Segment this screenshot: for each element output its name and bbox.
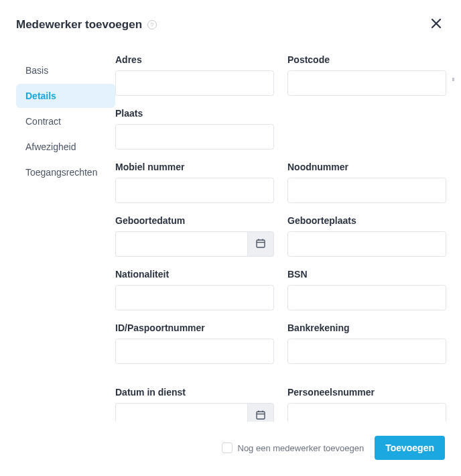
sidebar-item-basis[interactable]: Basis (16, 58, 115, 82)
input-geboortedatum[interactable] (115, 231, 247, 257)
input-postcode[interactable] (287, 70, 446, 96)
field-mobiel: Mobiel nummer (115, 162, 274, 203)
modal-header: Medewerker toevoegen ? (0, 0, 461, 42)
field-nood: Noodnummer (287, 162, 446, 203)
help-icon[interactable]: ? (147, 20, 157, 29)
sidebar-item-label: Contract (25, 116, 61, 127)
calendar-icon (255, 410, 266, 422)
field-geboortedatum: Geboortedatum (115, 215, 274, 257)
modal-body: Basis Details Contract Afwezigheid Toega… (0, 42, 461, 422)
sidebar-item-label: Toegangsrechten (25, 167, 97, 178)
svg-rect-3 (257, 240, 265, 247)
add-another-checkbox[interactable] (222, 442, 233, 453)
postcode-lookup-icon[interactable] (452, 77, 456, 88)
geboortedatum-calendar-button[interactable] (247, 231, 274, 257)
close-button[interactable] (427, 15, 445, 34)
title-wrap: Medewerker toevoegen ? (16, 18, 157, 32)
add-another-wrap[interactable]: Nog een medewerker toevoegen (222, 442, 365, 453)
form-area: Adres Postcode Plaats (115, 54, 456, 422)
label-bsn: BSN (287, 269, 446, 280)
input-nood[interactable] (287, 178, 446, 203)
modal-footer: Nog een medewerker toevoegen Toevoegen (0, 422, 461, 476)
field-bankrekening: Bankrekening (287, 322, 446, 364)
label-mobiel: Mobiel nummer (115, 162, 274, 172)
label-plaats: Plaats (115, 108, 274, 119)
field-plaats: Plaats (115, 108, 274, 150)
input-adres[interactable] (115, 70, 274, 96)
add-another-label: Nog een medewerker toevoegen (238, 443, 365, 453)
field-geboorteplaats: Geboorteplaats (287, 215, 446, 257)
input-idpaspoort[interactable] (115, 339, 274, 364)
svg-rect-7 (257, 412, 265, 419)
label-geboortedatum: Geboortedatum (115, 215, 274, 226)
modal-title: Medewerker toevoegen (16, 18, 142, 32)
label-datum-dienst: Datum in dienst (115, 387, 274, 398)
sidebar-item-toegangsrechten[interactable]: Toegangsrechten (16, 160, 115, 184)
label-postcode: Postcode (287, 54, 446, 65)
sidebar-item-label: Details (25, 91, 56, 101)
sidebar-item-afwezigheid[interactable]: Afwezigheid (16, 135, 115, 159)
add-employee-modal: Medewerker toevoegen ? Basis Details Con… (0, 0, 461, 476)
field-nationaliteit: Nationaliteit (115, 269, 274, 310)
input-personeelsnr[interactable] (287, 403, 446, 422)
label-bankrekening: Bankrekening (287, 322, 446, 333)
sidebar-item-label: Basis (25, 65, 48, 76)
field-idpaspoort: ID/Paspoortnummer (115, 322, 274, 364)
label-nationaliteit: Nationaliteit (115, 269, 274, 280)
sidebar-item-contract[interactable]: Contract (16, 109, 115, 133)
field-adres: Adres (115, 54, 274, 96)
close-icon (430, 21, 442, 32)
sidebar-item-label: Afwezigheid (25, 141, 76, 152)
calendar-icon (255, 238, 266, 251)
field-postcode: Postcode (287, 54, 446, 96)
label-adres: Adres (115, 54, 274, 65)
field-bsn: BSN (287, 269, 446, 310)
label-personeelsnr: Personeelsnummer (287, 387, 446, 398)
input-plaats[interactable] (115, 124, 274, 150)
label-idpaspoort: ID/Paspoortnummer (115, 322, 274, 333)
input-nationaliteit[interactable] (115, 285, 274, 310)
label-geboorteplaats: Geboorteplaats (287, 215, 446, 226)
input-bsn[interactable] (287, 285, 446, 310)
input-datum-dienst[interactable] (115, 403, 247, 422)
input-geboorteplaats[interactable] (287, 231, 446, 257)
submit-button[interactable]: Toevoegen (375, 436, 445, 460)
label-nood: Noodnummer (287, 162, 446, 172)
svg-rect-0 (452, 78, 454, 81)
input-mobiel[interactable] (115, 178, 274, 203)
field-datum-dienst: Datum in dienst (115, 387, 274, 422)
input-bankrekening[interactable] (287, 339, 446, 364)
sidebar: Basis Details Contract Afwezigheid Toega… (16, 54, 115, 422)
sidebar-item-details[interactable]: Details (16, 84, 115, 108)
field-personeelsnr: Personeelsnummer (287, 387, 446, 422)
datum-dienst-calendar-button[interactable] (247, 403, 274, 422)
submit-button-label: Toevoegen (385, 442, 434, 453)
